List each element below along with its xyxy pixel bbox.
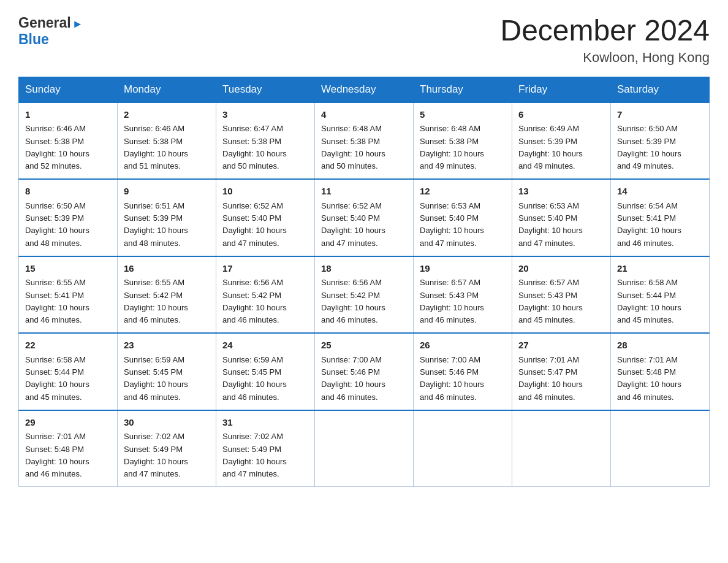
logo-arrow-icon: ► [72,18,83,31]
day-info: Sunrise: 6:55 AMSunset: 5:41 PMDaylight:… [25,278,89,324]
day-info: Sunrise: 6:59 AMSunset: 5:45 PMDaylight:… [124,355,188,402]
col-tuesday: Tuesday [216,77,315,102]
day-number: 9 [124,185,210,199]
day-number: 30 [124,416,210,430]
day-info: Sunrise: 6:48 AMSunset: 5:38 PMDaylight:… [420,124,484,170]
calendar-cell: 30 Sunrise: 7:02 AMSunset: 5:49 PMDaylig… [118,410,216,487]
day-number: 17 [222,262,308,276]
day-info: Sunrise: 6:49 AMSunset: 5:39 PMDaylight:… [518,124,583,170]
day-number: 1 [25,108,111,122]
day-number: 25 [321,339,407,353]
calendar-cell: 16 Sunrise: 6:55 AMSunset: 5:42 PMDaylig… [118,256,216,334]
calendar-cell: 19 Sunrise: 6:57 AMSunset: 5:43 PMDaylig… [414,256,512,334]
day-info: Sunrise: 6:58 AMSunset: 5:44 PMDaylight:… [25,355,89,402]
day-number: 2 [124,108,210,122]
day-number: 11 [321,185,407,199]
calendar-cell [512,410,611,487]
day-info: Sunrise: 6:56 AMSunset: 5:42 PMDaylight:… [321,278,385,324]
calendar-cell: 15 Sunrise: 6:55 AMSunset: 5:41 PMDaylig… [19,256,118,334]
day-number: 31 [222,416,308,430]
day-number: 5 [420,108,506,122]
logo-general-text: General [18,15,71,31]
day-info: Sunrise: 6:55 AMSunset: 5:42 PMDaylight:… [124,278,188,324]
calendar-cell: 29 Sunrise: 7:01 AMSunset: 5:48 PMDaylig… [19,410,118,487]
day-number: 21 [617,262,703,276]
calendar-cell: 23 Sunrise: 6:59 AMSunset: 5:45 PMDaylig… [118,333,216,410]
day-info: Sunrise: 6:48 AMSunset: 5:38 PMDaylight:… [321,124,385,170]
day-info: Sunrise: 7:01 AMSunset: 5:48 PMDaylight:… [25,432,89,478]
calendar-cell: 6 Sunrise: 6:49 AMSunset: 5:39 PMDayligh… [512,102,611,180]
calendar-week-row: 15 Sunrise: 6:55 AMSunset: 5:41 PMDaylig… [19,256,710,334]
calendar-cell: 22 Sunrise: 6:58 AMSunset: 5:44 PMDaylig… [19,333,118,410]
day-number: 27 [518,339,604,353]
calendar-cell: 28 Sunrise: 7:01 AMSunset: 5:48 PMDaylig… [611,333,710,410]
header-row: Sunday Monday Tuesday Wednesday Thursday… [19,77,710,102]
calendar-cell: 27 Sunrise: 7:01 AMSunset: 5:47 PMDaylig… [512,333,611,410]
day-number: 26 [420,339,506,353]
day-info: Sunrise: 7:00 AMSunset: 5:46 PMDaylight:… [420,355,484,402]
day-info: Sunrise: 6:52 AMSunset: 5:40 PMDaylight:… [222,201,287,248]
logo: General ► Blue [18,15,83,48]
day-number: 18 [321,262,407,276]
page-header: General ► Blue December 2024 Kowloon, Ho… [18,15,710,66]
calendar-cell: 20 Sunrise: 6:57 AMSunset: 5:43 PMDaylig… [512,256,611,334]
calendar-cell: 8 Sunrise: 6:50 AMSunset: 5:39 PMDayligh… [19,179,118,256]
day-number: 20 [518,262,604,276]
day-number: 29 [25,416,111,430]
day-number: 10 [222,185,308,199]
calendar-week-row: 29 Sunrise: 7:01 AMSunset: 5:48 PMDaylig… [19,410,710,487]
col-friday: Friday [512,77,611,102]
logo-blue-text: Blue [18,31,49,47]
calendar-cell: 3 Sunrise: 6:47 AMSunset: 5:38 PMDayligh… [216,102,315,180]
day-number: 12 [420,185,506,199]
day-info: Sunrise: 6:50 AMSunset: 5:39 PMDaylight:… [25,201,89,248]
calendar-title: December 2024 [500,15,710,47]
day-info: Sunrise: 6:47 AMSunset: 5:38 PMDaylight:… [222,124,287,170]
calendar-cell: 24 Sunrise: 6:59 AMSunset: 5:45 PMDaylig… [216,333,315,410]
day-info: Sunrise: 6:56 AMSunset: 5:42 PMDaylight:… [222,278,287,324]
calendar-subtitle: Kowloon, Hong Kong [500,50,710,66]
calendar-cell [611,410,710,487]
calendar-body: 1 Sunrise: 6:46 AMSunset: 5:38 PMDayligh… [19,102,710,487]
day-number: 28 [617,339,703,353]
day-number: 22 [25,339,111,353]
day-info: Sunrise: 6:52 AMSunset: 5:40 PMDaylight:… [321,201,385,248]
day-number: 19 [420,262,506,276]
calendar-cell: 5 Sunrise: 6:48 AMSunset: 5:38 PMDayligh… [414,102,512,180]
calendar-cell: 9 Sunrise: 6:51 AMSunset: 5:39 PMDayligh… [118,179,216,256]
calendar-cell: 4 Sunrise: 6:48 AMSunset: 5:38 PMDayligh… [315,102,414,180]
calendar-cell: 11 Sunrise: 6:52 AMSunset: 5:40 PMDaylig… [315,179,414,256]
day-info: Sunrise: 7:01 AMSunset: 5:47 PMDaylight:… [518,355,583,402]
day-info: Sunrise: 6:46 AMSunset: 5:38 PMDaylight:… [25,124,89,170]
col-saturday: Saturday [611,77,710,102]
day-number: 8 [25,185,111,199]
day-number: 7 [617,108,703,122]
day-info: Sunrise: 6:54 AMSunset: 5:41 PMDaylight:… [617,201,681,248]
calendar-cell [315,410,414,487]
calendar-cell: 17 Sunrise: 6:56 AMSunset: 5:42 PMDaylig… [216,256,315,334]
calendar-header: Sunday Monday Tuesday Wednesday Thursday… [19,77,710,102]
calendar-cell: 21 Sunrise: 6:58 AMSunset: 5:44 PMDaylig… [611,256,710,334]
day-number: 4 [321,108,407,122]
col-thursday: Thursday [414,77,512,102]
calendar-cell: 10 Sunrise: 6:52 AMSunset: 5:40 PMDaylig… [216,179,315,256]
calendar-cell: 31 Sunrise: 7:02 AMSunset: 5:49 PMDaylig… [216,410,315,487]
day-number: 14 [617,185,703,199]
calendar-cell: 1 Sunrise: 6:46 AMSunset: 5:38 PMDayligh… [19,102,118,180]
col-monday: Monday [118,77,216,102]
calendar-cell: 2 Sunrise: 6:46 AMSunset: 5:38 PMDayligh… [118,102,216,180]
calendar-cell: 7 Sunrise: 6:50 AMSunset: 5:39 PMDayligh… [611,102,710,180]
day-number: 16 [124,262,210,276]
day-info: Sunrise: 7:02 AMSunset: 5:49 PMDaylight:… [222,432,287,478]
col-wednesday: Wednesday [315,77,414,102]
calendar-week-row: 1 Sunrise: 6:46 AMSunset: 5:38 PMDayligh… [19,102,710,180]
day-number: 3 [222,108,308,122]
day-info: Sunrise: 6:53 AMSunset: 5:40 PMDaylight:… [420,201,484,248]
col-sunday: Sunday [19,77,118,102]
calendar-table: Sunday Monday Tuesday Wednesday Thursday… [18,77,710,488]
calendar-cell: 13 Sunrise: 6:53 AMSunset: 5:40 PMDaylig… [512,179,611,256]
day-info: Sunrise: 7:01 AMSunset: 5:48 PMDaylight:… [617,355,681,402]
day-info: Sunrise: 7:00 AMSunset: 5:46 PMDaylight:… [321,355,385,402]
day-number: 6 [518,108,604,122]
calendar-cell: 14 Sunrise: 6:54 AMSunset: 5:41 PMDaylig… [611,179,710,256]
